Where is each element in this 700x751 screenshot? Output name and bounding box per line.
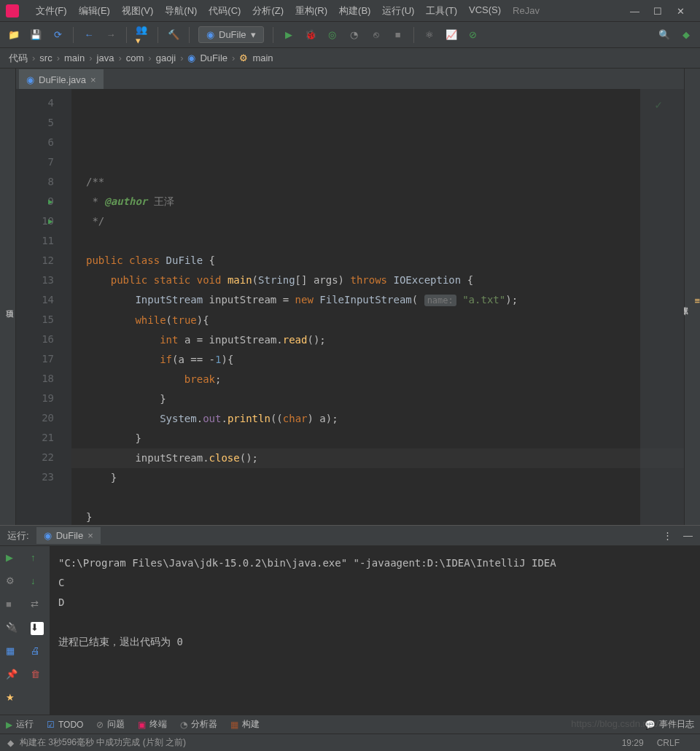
menu-item[interactable]: 构建(B): [333, 4, 376, 17]
menu-item[interactable]: 编辑(E): [73, 4, 116, 17]
breadcrumb: 代码›src›main›java›com›gaoji›◉DuFile›⚙main: [0, 48, 700, 69]
up-arrow-icon[interactable]: ↑: [31, 552, 44, 565]
run-config-selector[interactable]: ◉ DuFile ▾: [198, 26, 264, 43]
open-folder-icon[interactable]: 📁: [7, 28, 20, 42]
plug-icon[interactable]: 🔌: [6, 622, 19, 635]
code-editor[interactable]: 456789▶10▶11121314151617181920212223 ✓ /…: [16, 89, 684, 525]
build-bottom-tab[interactable]: ▦构建: [230, 718, 260, 731]
run-config-tab[interactable]: ◉ DuFile ×: [36, 527, 101, 544]
rerun-icon[interactable]: ▶: [6, 552, 19, 565]
code-line[interactable]: inputStream.close();: [71, 448, 684, 468]
menu-item[interactable]: 分析(Z): [246, 4, 289, 17]
attach-icon[interactable]: ⎋: [370, 28, 383, 42]
star-icon[interactable]: ★: [6, 692, 19, 705]
code-line[interactable]: public class DuFile {: [71, 251, 684, 271]
class-icon: ◉: [187, 52, 195, 63]
code-text-area[interactable]: ✓ /** * @author 王泽 */ public class DuFil…: [71, 89, 684, 525]
breadcrumb-item[interactable]: java: [97, 52, 114, 63]
run-bottom-tab[interactable]: ▶运行: [6, 718, 34, 731]
menu-truncated[interactable]: ReJav: [507, 5, 545, 16]
trash-icon[interactable]: 🗑: [31, 669, 44, 682]
menu-item[interactable]: 文件(F): [30, 4, 73, 17]
codewithme-icon[interactable]: ◆: [680, 28, 693, 42]
presentation-icon[interactable]: 👥▾: [136, 28, 149, 42]
coverage-icon[interactable]: ◎: [326, 28, 339, 42]
build-hammer-icon: ◆: [7, 738, 14, 748]
pin-icon[interactable]: 📌: [6, 669, 19, 682]
wrap-icon[interactable]: ⇄: [31, 599, 44, 612]
breadcrumb-item[interactable]: gaoji: [156, 52, 176, 63]
close-tab-icon[interactable]: ×: [90, 74, 96, 85]
minimize-icon[interactable]: —: [630, 6, 640, 16]
back-icon[interactable]: ←: [82, 28, 96, 42]
search-icon[interactable]: 🔍: [658, 28, 671, 42]
code-line[interactable]: }: [71, 468, 684, 488]
todo-bottom-tab[interactable]: ☑TODO: [47, 720, 83, 730]
menu-item[interactable]: 视图(V): [116, 4, 159, 17]
atom-icon[interactable]: ⚛: [423, 28, 436, 42]
breadcrumb-item[interactable]: main: [64, 52, 85, 63]
down-arrow-icon[interactable]: ↓: [31, 575, 44, 588]
menu-item[interactable]: 代码(C): [203, 4, 246, 17]
problems-bottom-tab[interactable]: ⊘问题: [96, 718, 125, 731]
save-icon[interactable]: 💾: [29, 28, 42, 42]
cursor-position[interactable]: 19:29: [622, 738, 644, 748]
chart-icon[interactable]: 📈: [445, 28, 458, 42]
profile-icon[interactable]: ◔: [348, 28, 361, 42]
menu-item[interactable]: 工具(T): [420, 4, 463, 17]
gear-icon[interactable]: ⚙: [6, 575, 19, 588]
code-line[interactable]: [71, 231, 684, 251]
editor-tab[interactable]: ◉ DuFile.java ×: [19, 69, 104, 89]
close-icon[interactable]: ✕: [677, 6, 687, 16]
code-line[interactable]: System.out.println((char) a);: [71, 409, 684, 429]
menu-item[interactable]: 导航(N): [159, 4, 203, 17]
status-bar: ◆ 构建在 3秒596毫秒 中成功完成 (片刻 之前) 19:29 CRLF: [0, 734, 700, 751]
code-line[interactable]: public static void main(String[] args) t…: [71, 271, 684, 290]
menu-item[interactable]: VCS(S): [463, 4, 507, 17]
code-line[interactable]: }: [71, 507, 684, 525]
breadcrumb-item[interactable]: src: [39, 52, 52, 63]
code-line[interactable]: int a = inputStream.read();: [71, 330, 684, 350]
more-icon[interactable]: ⋮: [663, 530, 672, 541]
line-separator[interactable]: CRLF: [657, 738, 680, 748]
minimap[interactable]: [640, 89, 684, 525]
console-output[interactable]: "C:\Program Files\Java\jdk-15.0.2\bin\ja…: [50, 546, 700, 715]
code-line[interactable]: if(a == -1){: [71, 350, 684, 370]
breadcrumb-item[interactable]: com: [126, 52, 144, 63]
maximize-icon[interactable]: ☐: [653, 6, 664, 16]
terminal-bottom-tab[interactable]: ▣终端: [138, 718, 167, 731]
code-line[interactable]: */: [71, 211, 684, 231]
profiler-bottom-tab[interactable]: ◔分析器: [180, 718, 217, 731]
code-line[interactable]: break;: [71, 370, 684, 389]
forward-icon[interactable]: →: [104, 28, 117, 42]
debug-icon[interactable]: 🐞: [304, 28, 317, 42]
database-icon[interactable]: ≡: [694, 295, 700, 306]
menu-item[interactable]: 运行(U): [376, 4, 420, 17]
code-line[interactable]: }: [71, 429, 684, 448]
print-icon[interactable]: 🖨: [31, 645, 44, 658]
breadcrumb-item[interactable]: main: [252, 52, 273, 63]
code-line[interactable]: InputStream inputStream = new FileInputS…: [71, 290, 684, 311]
code-line[interactable]: /**: [71, 172, 684, 192]
breadcrumb-item[interactable]: 代码: [9, 52, 28, 65]
code-line[interactable]: [71, 152, 684, 172]
stop-icon[interactable]: ■: [6, 599, 19, 612]
code-line[interactable]: while(true){: [71, 311, 684, 330]
stop-icon[interactable]: ■: [392, 28, 405, 42]
code-line[interactable]: [71, 488, 684, 507]
run-config-name: DuFile: [56, 530, 84, 541]
run-icon[interactable]: ▶: [282, 28, 295, 42]
code-line[interactable]: }: [71, 389, 684, 409]
java-class-icon: ◉: [26, 74, 34, 85]
breadcrumb-item[interactable]: DuFile: [200, 52, 228, 63]
close-run-tab-icon[interactable]: ×: [88, 530, 93, 541]
hammer-build-icon[interactable]: 🔨: [167, 28, 180, 42]
menu-item[interactable]: 重构(R): [289, 4, 333, 17]
export-icon[interactable]: ⬇: [31, 622, 44, 635]
sync-icon[interactable]: ⟳: [51, 28, 64, 42]
code-line[interactable]: * @author 王泽: [71, 192, 684, 211]
layout-icon[interactable]: ▦: [6, 645, 19, 658]
block-icon[interactable]: ⊘: [467, 28, 480, 42]
left-tool-stripe: 项目 ◎: [0, 69, 16, 525]
hide-panel-icon[interactable]: —: [683, 530, 693, 541]
